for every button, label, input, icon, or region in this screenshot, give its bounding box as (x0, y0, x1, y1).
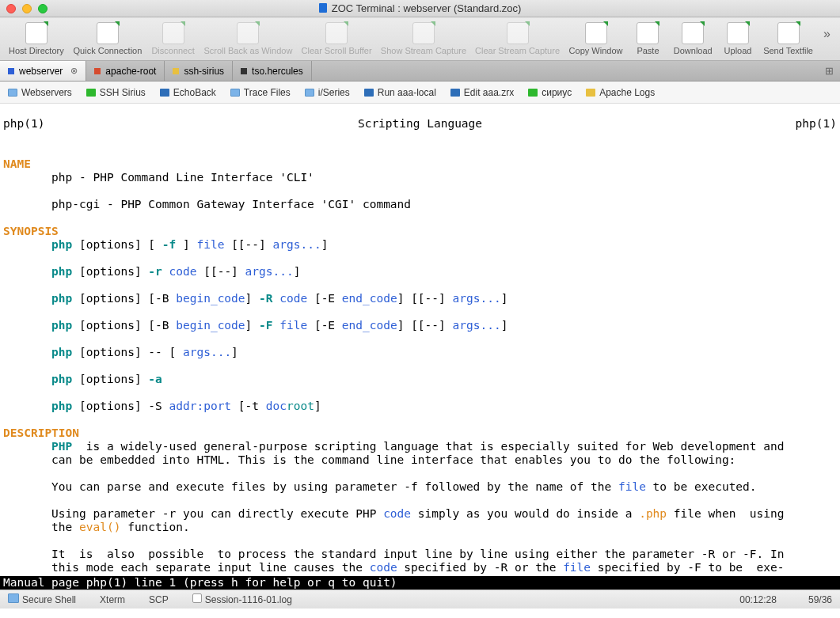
toolbar-label: Clear Scroll Buffer (302, 46, 372, 55)
toolbar-label: Send Textfile (763, 46, 813, 55)
bookmark-label: Apache Logs (599, 87, 655, 98)
toolbar-label: Download (674, 46, 713, 55)
bookmark-сириус[interactable]: сириус (528, 87, 572, 98)
toolbar-host-directory-button[interactable]: Host Directory (5, 21, 68, 57)
toolbar-icon (585, 22, 607, 44)
log-checkbox[interactable] (192, 593, 202, 603)
toolbar-icon (162, 22, 184, 44)
section-synopsis: SYNOPSIS (3, 225, 59, 237)
toolbar-icon (682, 22, 704, 44)
synopsis-line: php [options] -r code [[--] args...] (3, 265, 300, 278)
minimize-window-button[interactable] (22, 4, 32, 13)
tab-bar: webserver⊗apache-rootssh-siriustso.hercu… (0, 61, 840, 82)
toolbar-label: Scroll Back as Window (203, 46, 292, 55)
toolbar-icon (777, 22, 800, 44)
tab-color-icon (241, 68, 247, 74)
bookmark-ssh-sirius[interactable]: SSH Sirius (86, 87, 146, 98)
log-file[interactable]: Session-1116-01.log (192, 593, 292, 605)
description-line: Using parameter -r you can directly exec… (3, 507, 784, 520)
name-line-1: php - PHP Command Line Interface 'CLI' (3, 171, 314, 184)
titlebar: ZOC Terminal : webserver (Standard.zoc) (0, 0, 840, 17)
cursor-position: 59/36 (808, 594, 832, 605)
tab-tso-hercules[interactable]: tso.hercules (233, 61, 312, 81)
bookmark-run-aaa-local[interactable]: Run aaa-local (364, 87, 436, 98)
synopsis-line: php [options] -a (3, 373, 162, 385)
bookmark-label: сириус (542, 87, 572, 98)
bookmark-webservers[interactable]: Webservers (8, 87, 72, 98)
tab-grid-button[interactable]: ⊞ (819, 61, 840, 81)
terminal-view[interactable]: php(1)Scripting Languagephp(1) NAME php … (0, 104, 840, 576)
description-line: You can parse and execute files by using… (3, 480, 757, 493)
toolbar-clear-scroll-buffer-button: Clear Scroll Buffer (298, 21, 376, 57)
toolbar-download-button[interactable]: Download (669, 21, 716, 57)
toolbar-show-stream-capture-button: Show Stream Capture (377, 21, 469, 57)
window-title: ZOC Terminal : webserver (Standard.zoc) (0, 2, 840, 14)
toolbar-scroll-back-as-window-button: Scroll Back as Window (200, 21, 296, 57)
bookmark-label: Webservers (21, 87, 72, 98)
toolbar-send-textfile-button[interactable]: Send Textfile (759, 21, 817, 57)
tab-label: tso.hercules (252, 66, 303, 77)
bookmark-label: Trace Files (244, 87, 291, 98)
bookmark-label: SSH Sirius (100, 87, 146, 98)
toolbar-label: Quick Connection (74, 46, 143, 55)
status-dot-icon (364, 89, 374, 97)
bookmark-i/series[interactable]: i/Series (305, 87, 350, 98)
toolbar-icon (727, 22, 749, 44)
synopsis-line: php [options] [-B begin_code] -F file [-… (3, 319, 507, 332)
bookmark-apache-logs[interactable]: Apache Logs (586, 87, 655, 98)
tab-color-icon (94, 68, 101, 74)
toolbar-disconnect-button: Disconnect (147, 21, 199, 57)
bookmark-label: EchoBack (173, 87, 216, 98)
status-dot-icon (160, 89, 169, 97)
toolbar-paste-button[interactable]: Paste (628, 21, 667, 57)
toolbar-label: Show Stream Capture (381, 46, 466, 55)
toolbar-label: Clear Stream Capture (475, 46, 560, 55)
toolbar-icon (237, 22, 259, 44)
toolbar-icon (507, 22, 529, 44)
man-header-center: Scripting Language (358, 117, 482, 131)
elapsed-time: 00:12:28 (739, 594, 777, 605)
toolbar-icon (412, 22, 435, 44)
section-description: DESCRIPTION (3, 427, 79, 439)
name-line-2: php-cgi - PHP Common Gateway Interface '… (3, 198, 411, 210)
man-header-right: php(1) (796, 117, 837, 131)
tab-webserver[interactable]: webserver⊗ (0, 61, 86, 81)
tab-apache-root[interactable]: apache-root (86, 61, 165, 81)
connection-icon (8, 593, 19, 603)
folder-icon (8, 89, 17, 97)
toolbar-label: Copy Window (569, 46, 623, 55)
maximize-window-button[interactable] (38, 4, 48, 13)
pager-status-line: Manual page php(1) line 1 (press h for h… (0, 576, 840, 590)
bookmark-echoback[interactable]: EchoBack (160, 87, 216, 98)
folder-icon (230, 89, 240, 97)
bookmark-label: Run aaa-local (378, 87, 436, 98)
protocol: SCP (149, 594, 169, 605)
tab-ssh-sirius[interactable]: ssh-sirius (165, 61, 233, 81)
toolbar-overflow-button[interactable]: » (819, 21, 835, 47)
document-icon (319, 3, 327, 13)
tab-color-icon (8, 68, 14, 74)
bookmark-trace-files[interactable]: Trace Files (230, 87, 291, 98)
toolbar-icon (637, 22, 659, 44)
section-name: NAME (3, 157, 31, 170)
bookmark-label: Edit aaa.zrx (464, 87, 514, 98)
man-header-left: php(1) (3, 117, 44, 131)
connection-type: Secure Shell (8, 593, 76, 605)
toolbar-upload-button[interactable]: Upload (718, 21, 758, 57)
bookmark-edit-aaa.zrx[interactable]: Edit aaa.zrx (450, 87, 514, 98)
description-line: It is also possible to process the stand… (3, 548, 784, 560)
toolbar-clear-stream-capture-button: Clear Stream Capture (472, 21, 564, 57)
synopsis-line: php [options] -S addr:port [-t docroot] (3, 400, 321, 412)
description-line: can be embedded into HTML. This is the c… (3, 453, 735, 466)
status-dot-icon (86, 89, 96, 97)
toolbar-label: Paste (637, 46, 659, 55)
close-window-button[interactable] (6, 4, 16, 13)
window-title-text: ZOC Terminal : webserver (Standard.zoc) (332, 2, 522, 14)
terminal-type: Xterm (100, 594, 125, 605)
description-line: this mode each separate input line cause… (3, 561, 784, 574)
toolbar-copy-window-button[interactable]: Copy Window (565, 21, 627, 57)
tab-close-icon[interactable]: ⊗ (70, 66, 78, 76)
toolbar-quick-connection-button[interactable]: Quick Connection (70, 21, 146, 57)
status-dot-icon (528, 89, 538, 97)
description-line: the eval() function. (3, 521, 190, 533)
